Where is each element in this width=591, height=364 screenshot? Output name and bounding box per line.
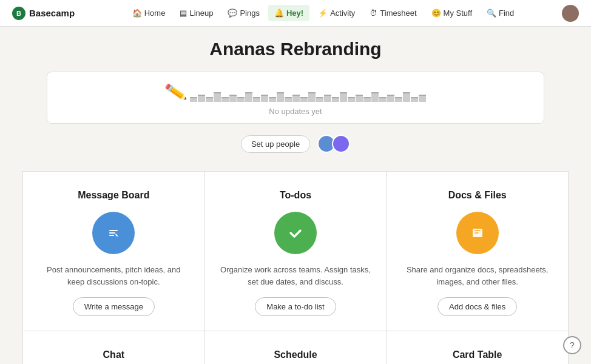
todos-title: To-dos	[280, 190, 311, 201]
feature-todos: To-dos Organize work across teams. Assig…	[205, 172, 387, 331]
nav-home[interactable]: 🏠 Home	[126, 5, 172, 21]
nav-activity-label: Activity	[330, 8, 355, 18]
message-board-icon	[92, 212, 135, 254]
nav-pings-label: Pings	[240, 8, 260, 18]
nav-find[interactable]: 🔍 Find	[481, 5, 520, 21]
nav-home-label: Home	[144, 8, 166, 18]
lineup-icon: ▤	[180, 8, 187, 18]
nav-hey[interactable]: 🔔 Hey!	[268, 5, 309, 21]
add-docs-files-button[interactable]: Add docs & files	[437, 297, 517, 316]
make-todo-list-button[interactable]: Make a to-do list	[255, 297, 336, 316]
docs-files-title: Docs & Files	[448, 190, 507, 201]
mystuff-icon: 😊	[431, 8, 441, 18]
setup-people-button[interactable]: Set up people	[241, 135, 310, 153]
feature-card-table: Card Table Move cards across columns in …	[387, 331, 569, 364]
card-table-title: Card Table	[453, 349, 502, 360]
nav-lineup-label: Lineup	[189, 8, 213, 18]
timesheet-icon: ⏱	[370, 8, 377, 18]
nav-timesheet-label: Timesheet	[380, 8, 416, 18]
nav-find-label: Find	[499, 8, 514, 18]
feature-docs-files: Docs & Files Share and organize docs, sp…	[387, 172, 569, 331]
home-icon: 🏠	[132, 8, 142, 18]
main-nav: B Basecamp 🏠 Home ▤ Lineup 💬 Pings 🔔 Hey…	[0, 0, 591, 27]
feature-chat: Chat Chat casually with your team, ask q…	[23, 331, 205, 364]
nav-items: 🏠 Home ▤ Lineup 💬 Pings 🔔 Hey! ⚡ Activit…	[84, 5, 562, 21]
logo-icon: B	[12, 7, 25, 20]
avatar-group	[317, 135, 350, 153]
user-avatar[interactable]	[562, 5, 579, 22]
nav-lineup[interactable]: ▤ Lineup	[174, 5, 219, 21]
pencil-icon: ✏️	[163, 80, 187, 104]
no-updates-text: No updates yet	[62, 107, 529, 116]
avatar-2	[332, 135, 350, 153]
write-message-button[interactable]: Write a message	[73, 297, 155, 316]
ruler-ticks	[190, 92, 426, 102]
nav-activity[interactable]: ⚡ Activity	[312, 5, 361, 21]
main-content: Ananas Rebranding ✏️	[22, 27, 569, 364]
nav-pings[interactable]: 💬 Pings	[221, 5, 266, 21]
nav-mystuff[interactable]: 😊 My Stuff	[425, 5, 478, 21]
hey-icon: 🔔	[274, 8, 284, 18]
nav-mystuff-label: My Stuff	[444, 8, 472, 18]
docs-files-icon	[456, 212, 499, 254]
features-grid: Message Board Post announcements, pitch …	[22, 171, 569, 364]
help-icon-symbol: ?	[570, 340, 575, 350]
chat-title: Chat	[103, 349, 125, 360]
nav-timesheet[interactable]: ⏱ Timesheet	[363, 5, 422, 21]
pings-icon: 💬	[228, 8, 237, 18]
message-board-title: Message Board	[78, 190, 149, 201]
setup-row: Set up people	[22, 135, 569, 153]
project-title: Ananas Rebranding	[22, 39, 569, 59]
nav-hey-label: Hey!	[286, 8, 303, 18]
logo[interactable]: B Basecamp	[12, 7, 75, 20]
logo-text: Basecamp	[29, 8, 75, 18]
help-button[interactable]: ?	[563, 336, 581, 354]
feature-message-board: Message Board Post announcements, pitch …	[23, 172, 205, 331]
activity-icon: ⚡	[318, 8, 328, 18]
message-board-desc: Post announcements, pitch ideas, and kee…	[38, 264, 190, 288]
todos-desc: Organize work across teams. Assign tasks…	[220, 264, 372, 288]
updates-bar: ✏️	[47, 72, 544, 124]
schedule-title: Schedule	[274, 349, 317, 360]
feature-schedule: Schedule Set important dates on a shared…	[205, 331, 387, 364]
docs-files-desc: Share and organize docs, spreadsheets, i…	[401, 264, 553, 288]
todos-icon	[274, 212, 317, 254]
ruler-graphic: ✏️	[62, 82, 529, 102]
find-icon: 🔍	[487, 8, 496, 18]
